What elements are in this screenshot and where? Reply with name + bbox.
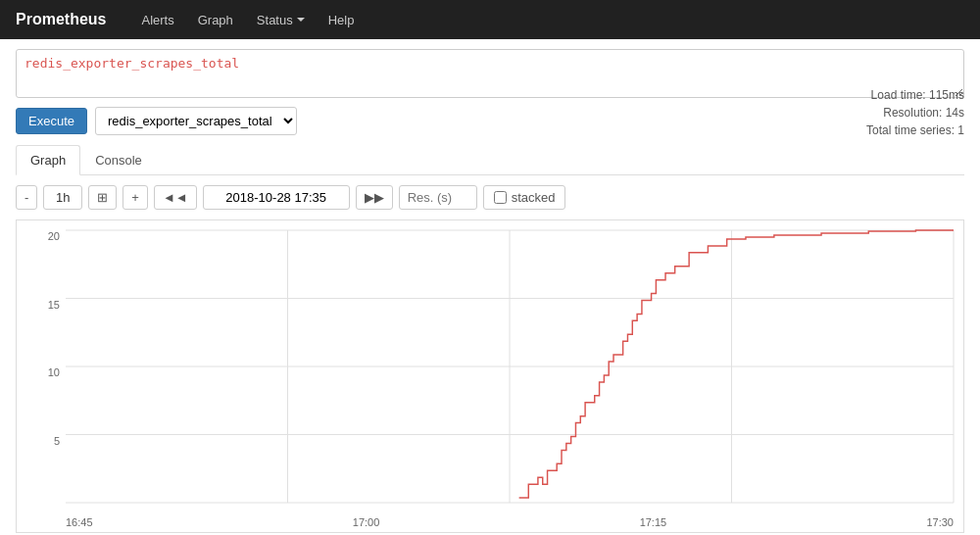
y-label-5: 5 [54, 435, 60, 447]
datetime-input[interactable] [203, 185, 350, 210]
chart-container: 20 15 10 5 [16, 219, 964, 533]
execute-button[interactable]: Execute [16, 108, 87, 134]
back-button[interactable]: ◄◄ [154, 185, 197, 210]
navbar: Prometheus Alerts Graph Status Help [0, 0, 980, 39]
status-caret-icon [297, 18, 305, 22]
stacked-button[interactable]: stacked [483, 185, 566, 210]
calendar-button[interactable]: ⊞ [88, 185, 117, 210]
calendar-icon: ⊞ [97, 190, 108, 205]
tabs: Graph Console [16, 145, 964, 175]
metric-select[interactable]: redis_exporter_scrapes_total [95, 107, 297, 135]
resolution-input[interactable] [399, 185, 477, 210]
x-label-1700: 17:00 [353, 516, 380, 528]
x-label-1730: 17:30 [926, 516, 954, 528]
x-axis: 16:45 17:00 17:15 17:30 [66, 516, 954, 528]
total-series: Total time series: 1 [866, 122, 964, 139]
x-label-1715: 17:15 [640, 516, 667, 528]
graph-controls: - 1h ⊞ + ◄◄ ▶▶ stacked [16, 175, 964, 216]
main-content: Load time: 115ms Resolution: 14s Total t… [0, 39, 980, 535]
brand: Prometheus [16, 11, 106, 28]
tab-graph[interactable]: Graph [16, 145, 80, 175]
tab-console[interactable]: Console [80, 145, 157, 175]
execute-row: Execute redis_exporter_scrapes_total [16, 107, 964, 135]
y-label-15: 15 [48, 299, 60, 311]
stacked-checkbox[interactable] [494, 191, 507, 204]
query-input[interactable]: redis_exporter_scrapes_total [16, 49, 964, 98]
nav-graph[interactable]: Graph [186, 0, 245, 39]
stacked-label: stacked [512, 190, 556, 205]
y-axis: 20 15 10 5 [17, 230, 66, 503]
y-label-10: 10 [48, 366, 60, 378]
chart-inner [66, 230, 954, 503]
forward-button[interactable]: ▶▶ [356, 185, 393, 210]
navbar-nav: Alerts Graph Status Help [129, 0, 366, 39]
range-display: 1h [43, 185, 82, 210]
zoom-out-button[interactable]: - [16, 185, 37, 210]
nav-status[interactable]: Status [245, 0, 317, 39]
zoom-in-button[interactable]: + [122, 185, 148, 210]
nav-help[interactable]: Help [317, 0, 367, 39]
nav-alerts[interactable]: Alerts [129, 0, 185, 39]
resolution: Resolution: 14s [866, 104, 964, 122]
top-info: Load time: 115ms Resolution: 14s Total t… [866, 86, 964, 139]
chart-svg [66, 230, 954, 503]
y-label-20: 20 [48, 230, 60, 242]
x-label-1645: 16:45 [66, 516, 93, 528]
chart-line [519, 230, 954, 498]
load-time: Load time: 115ms [866, 86, 964, 104]
